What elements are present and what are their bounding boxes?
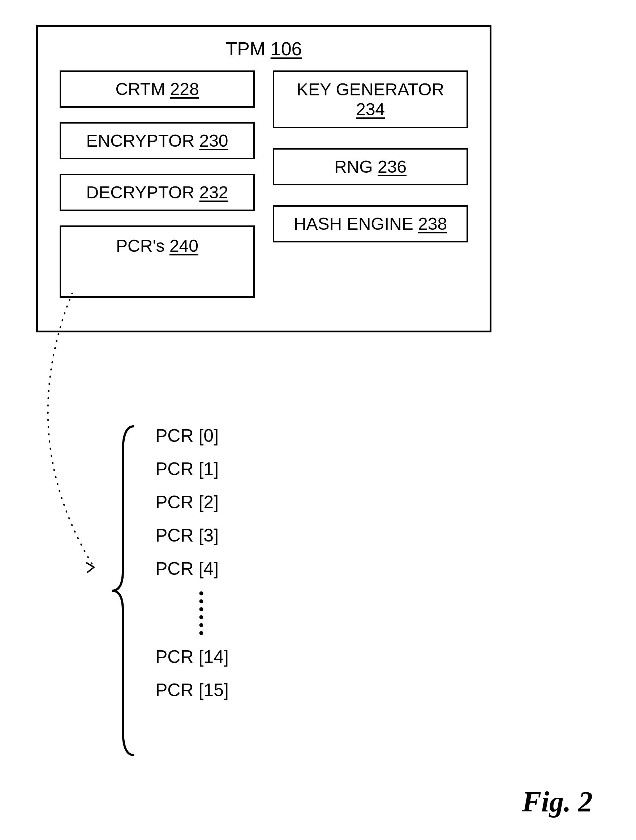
pcr-item-3: PCR [3]: [123, 519, 229, 552]
crtm-block: CRTM 228: [60, 71, 255, 108]
decryptor-block: DECRYPTOR 232: [60, 174, 255, 211]
tpm-title: TPM 106: [38, 27, 490, 71]
hash-block: HASH ENGINE 238: [273, 205, 468, 242]
crtm-num: 228: [170, 79, 199, 99]
pcr-item-0: PCR [0]: [123, 419, 229, 452]
tpm-col-left: CRTM 228 ENCRYPTOR 230 DECRYPTOR 232 PCR…: [60, 71, 255, 298]
ellipsis-icon: ••••••: [123, 585, 229, 640]
rng-label: RNG: [334, 157, 378, 176]
pcr-item-4: PCR [4]: [123, 552, 229, 585]
encryptor-num: 230: [199, 131, 228, 150]
rng-num: 236: [378, 157, 407, 176]
decryptor-num: 232: [199, 183, 228, 202]
pcr-list: PCR [0] PCR [1] PCR [2] PCR [3] PCR [4] …: [123, 419, 229, 707]
figure-label: Fig. 2: [522, 785, 593, 818]
decryptor-label: DECRYPTOR: [86, 183, 199, 202]
rng-block: RNG 236: [273, 148, 468, 185]
pcrs-num: 240: [169, 236, 198, 256]
crtm-label: CRTM: [115, 79, 170, 99]
tpm-container: TPM 106 CRTM 228 ENCRYPTOR 230 DECRYPTOR…: [36, 25, 492, 332]
pcr-item-1: PCR [1]: [123, 452, 229, 486]
hash-label: HASH ENGINE: [294, 214, 418, 234]
keygen-num: 234: [356, 100, 385, 119]
encryptor-label: ENCRYPTOR: [86, 131, 199, 150]
tpm-title-num: 106: [271, 38, 302, 59]
encryptor-block: ENCRYPTOR 230: [60, 122, 255, 159]
hash-num: 238: [418, 214, 447, 234]
tpm-title-prefix: TPM: [226, 38, 271, 59]
keygen-block: KEY GENERATOR234: [273, 71, 468, 128]
pcrs-block: PCR's 240: [60, 226, 255, 298]
keygen-label: KEY GENERATOR: [297, 80, 444, 99]
pcr-item-14: PCR [14]: [123, 640, 229, 673]
pcr-item-15: PCR [15]: [123, 673, 229, 707]
tpm-columns: CRTM 228 ENCRYPTOR 230 DECRYPTOR 232 PCR…: [38, 71, 490, 298]
pcrs-label: PCR's: [116, 236, 169, 256]
tpm-col-right: KEY GENERATOR234 RNG 236 HASH ENGINE 238: [273, 71, 468, 298]
pcr-item-2: PCR [2]: [123, 486, 229, 519]
